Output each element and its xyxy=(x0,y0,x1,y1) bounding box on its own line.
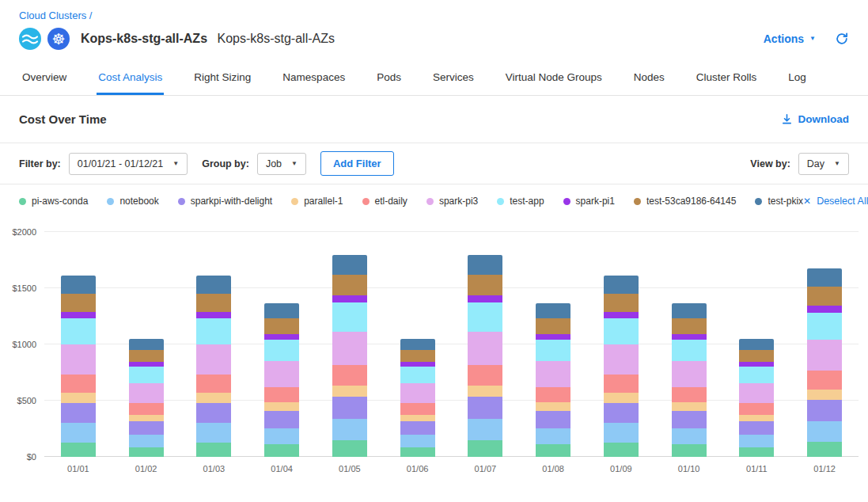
bar-segment-spark-pi3[interactable] xyxy=(468,332,502,366)
bar-segment-sparkpi-with-delight[interactable] xyxy=(129,421,164,435)
bar-segment-parallel-1[interactable] xyxy=(61,393,96,403)
bar-segment-spark-pi1[interactable] xyxy=(807,306,842,313)
bar-segment-etl-daily[interactable] xyxy=(672,387,707,402)
tab-nodes[interactable]: Nodes xyxy=(632,59,666,95)
deselect-all-button[interactable]: ✕ Deselect All xyxy=(803,196,868,207)
bar-segment-spark-pi1[interactable] xyxy=(536,334,570,340)
bar-segment-spark-pi3[interactable] xyxy=(196,344,231,375)
bar-segment-etl-daily[interactable] xyxy=(807,371,842,389)
bar-segment-etl-daily[interactable] xyxy=(468,365,502,386)
bar-segment-test-pkix[interactable] xyxy=(264,303,299,318)
bar-segment-test-pkix[interactable] xyxy=(332,255,367,276)
bar-segment-pi-aws-conda[interactable] xyxy=(264,444,299,457)
bar-segment-test-app[interactable] xyxy=(196,318,231,344)
bar-segment-test-53ca9186-64145[interactable] xyxy=(536,318,570,334)
bar-segment-parallel-1[interactable] xyxy=(536,402,570,411)
tab-pods[interactable]: Pods xyxy=(375,59,403,95)
add-filter-button[interactable]: Add Filter xyxy=(320,151,394,176)
bar-segment-etl-daily[interactable] xyxy=(196,375,231,393)
bar-segment-test-app[interactable] xyxy=(61,318,96,344)
bar-segment-test-53ca9186-64145[interactable] xyxy=(739,350,774,362)
bar-segment-parallel-1[interactable] xyxy=(672,402,707,411)
bar-segment-test-53ca9186-64145[interactable] xyxy=(196,294,231,312)
bar-segment-parallel-1[interactable] xyxy=(332,386,367,397)
bar-segment-test-app[interactable] xyxy=(332,302,367,332)
bar-segment-etl-daily[interactable] xyxy=(61,375,96,393)
bar-segment-pi-aws-conda[interactable] xyxy=(672,444,707,457)
bar-segment-etl-daily[interactable] xyxy=(332,365,367,386)
bar-segment-sparkpi-with-delight[interactable] xyxy=(468,397,502,419)
bar-segment-test-pkix[interactable] xyxy=(468,255,502,276)
bar-segment-test-pkix[interactable] xyxy=(739,339,774,350)
bar-segment-test-53ca9186-64145[interactable] xyxy=(332,275,367,295)
bar-segment-notebook[interactable] xyxy=(332,419,367,440)
stacked-bar-01/05[interactable] xyxy=(332,232,367,457)
bar-segment-notebook[interactable] xyxy=(807,421,842,442)
bar-segment-test-pkix[interactable] xyxy=(672,303,707,318)
bar-segment-spark-pi3[interactable] xyxy=(264,361,299,387)
bar-segment-spark-pi3[interactable] xyxy=(400,383,435,403)
legend-item-notebook[interactable]: notebook xyxy=(107,196,158,207)
bar-segment-spark-pi1[interactable] xyxy=(672,334,707,340)
bar-segment-pi-aws-conda[interactable] xyxy=(739,447,774,457)
bar-segment-etl-daily[interactable] xyxy=(739,403,774,415)
stacked-bar-01/10[interactable] xyxy=(672,232,707,457)
stacked-bar-01/01[interactable] xyxy=(61,232,96,457)
stacked-bar-01/03[interactable] xyxy=(196,232,231,457)
bar-segment-test-app[interactable] xyxy=(604,318,639,344)
bar-segment-test-53ca9186-64145[interactable] xyxy=(672,318,707,334)
bar-segment-notebook[interactable] xyxy=(604,423,639,442)
bar-segment-test-pkix[interactable] xyxy=(400,339,435,350)
bar-segment-pi-aws-conda[interactable] xyxy=(61,443,96,457)
stacked-bar-01/02[interactable] xyxy=(129,232,164,457)
view-by-dropdown[interactable]: Day ▼ xyxy=(798,153,849,175)
bar-segment-sparkpi-with-delight[interactable] xyxy=(264,411,299,428)
bar-segment-spark-pi3[interactable] xyxy=(604,344,639,375)
actions-button[interactable]: Actions ▼ xyxy=(764,32,816,45)
bar-segment-spark-pi1[interactable] xyxy=(61,312,96,319)
bar-segment-spark-pi1[interactable] xyxy=(604,312,639,319)
bar-segment-parallel-1[interactable] xyxy=(468,386,502,397)
bar-segment-test-app[interactable] xyxy=(400,367,435,383)
bar-segment-notebook[interactable] xyxy=(196,423,231,442)
bar-segment-notebook[interactable] xyxy=(264,428,299,445)
bar-segment-test-app[interactable] xyxy=(807,313,842,340)
bar-segment-etl-daily[interactable] xyxy=(129,403,164,415)
bar-segment-notebook[interactable] xyxy=(61,423,96,442)
tab-cost-analysis[interactable]: Cost Analysis xyxy=(97,59,164,95)
bar-segment-parallel-1[interactable] xyxy=(807,390,842,400)
bar-segment-notebook[interactable] xyxy=(129,435,164,447)
bar-segment-test-app[interactable] xyxy=(264,340,299,362)
bar-segment-spark-pi3[interactable] xyxy=(739,383,774,403)
bar-segment-test-pkix[interactable] xyxy=(61,276,96,294)
bar-segment-parallel-1[interactable] xyxy=(400,415,435,422)
stacked-bar-01/09[interactable] xyxy=(604,232,639,457)
bar-segment-parallel-1[interactable] xyxy=(196,393,231,403)
bar-segment-spark-pi1[interactable] xyxy=(332,295,367,302)
legend-item-parallel-1[interactable]: parallel-1 xyxy=(291,196,343,207)
tab-namespaces[interactable]: Namespaces xyxy=(281,59,347,95)
bar-segment-pi-aws-conda[interactable] xyxy=(196,443,231,457)
bar-segment-spark-pi3[interactable] xyxy=(536,361,570,387)
bar-segment-notebook[interactable] xyxy=(672,428,707,445)
tab-overview[interactable]: Overview xyxy=(21,59,68,95)
bar-segment-sparkpi-with-delight[interactable] xyxy=(536,411,570,428)
bar-segment-notebook[interactable] xyxy=(468,419,502,440)
tab-virtual-node-groups[interactable]: Virtual Node Groups xyxy=(504,59,604,95)
legend-item-spark-pi3[interactable]: spark-pi3 xyxy=(426,196,478,207)
bar-segment-etl-daily[interactable] xyxy=(264,387,299,402)
bar-segment-spark-pi3[interactable] xyxy=(332,332,367,366)
bar-segment-pi-aws-conda[interactable] xyxy=(536,444,570,457)
bar-segment-test-53ca9186-64145[interactable] xyxy=(468,275,502,295)
legend-item-test-app[interactable]: test-app xyxy=(497,196,544,207)
bar-segment-test-pkix[interactable] xyxy=(536,303,570,318)
stacked-bar-01/07[interactable] xyxy=(468,232,502,457)
legend-item-pi-aws-conda[interactable]: pi-aws-conda xyxy=(19,196,88,207)
bar-segment-notebook[interactable] xyxy=(400,435,435,447)
download-button[interactable]: Download xyxy=(781,113,850,125)
bar-segment-sparkpi-with-delight[interactable] xyxy=(672,411,707,428)
bar-segment-notebook[interactable] xyxy=(536,428,570,445)
bar-segment-notebook[interactable] xyxy=(739,435,774,447)
stacked-bar-01/06[interactable] xyxy=(400,232,435,457)
bar-segment-sparkpi-with-delight[interactable] xyxy=(400,421,435,435)
